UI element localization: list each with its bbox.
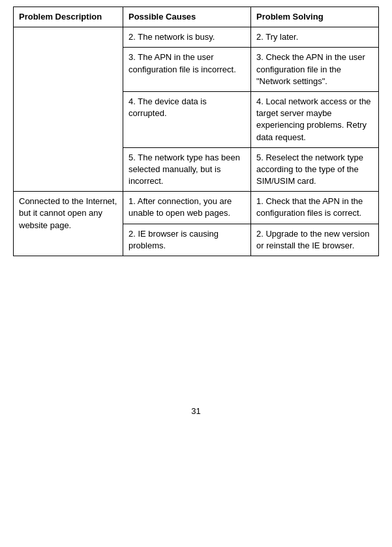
cell-causes: 2. The network is busy. bbox=[123, 27, 251, 48]
cell-description bbox=[14, 27, 123, 192]
page-number: 31 bbox=[13, 406, 379, 416]
cell-causes: 1. After connection, you are unable to o… bbox=[123, 192, 251, 224]
cell-solving: 5. Reselect the network type according t… bbox=[251, 147, 379, 192]
cell-solving: 2. Try later. bbox=[251, 27, 379, 48]
troubleshooting-table: Problem Description Possible Causes Prob… bbox=[13, 7, 379, 256]
cell-solving: 1. Check that the APN in the configurati… bbox=[251, 192, 379, 224]
header-causes: Possible Causes bbox=[123, 7, 251, 27]
table-row: 2. The network is busy.2. Try later. bbox=[14, 27, 379, 48]
table-row: Connected to the Internet, but it cannot… bbox=[14, 192, 379, 224]
cell-causes: 3. The APN in the user configuration fil… bbox=[123, 48, 251, 92]
cell-solving: 3. Check the APN in the user configurati… bbox=[251, 48, 379, 92]
header-solving: Problem Solving bbox=[251, 7, 379, 27]
cell-solving: 4. Local network access or the target se… bbox=[251, 91, 379, 147]
cell-causes: 4. The device data is corrupted. bbox=[123, 91, 251, 147]
cell-causes: 5. The network type has been selected ma… bbox=[123, 147, 251, 192]
cell-causes: 2. IE browser is causing problems. bbox=[123, 224, 251, 256]
cell-solving: 2. Upgrade to the new version or reinsta… bbox=[251, 224, 379, 256]
cell-description: Connected to the Internet, but it cannot… bbox=[14, 192, 123, 256]
header-description: Problem Description bbox=[14, 7, 123, 27]
